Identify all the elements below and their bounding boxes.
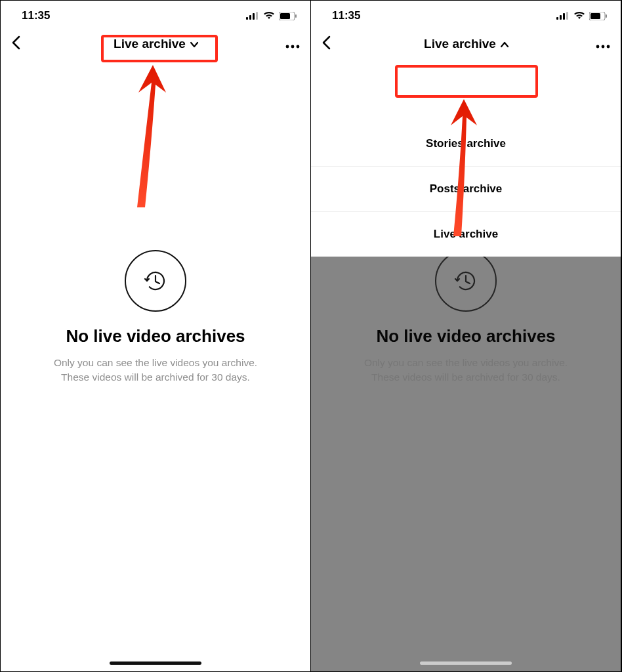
svg-rect-16 [606, 14, 607, 18]
svg-rect-1 [249, 15, 251, 20]
battery-icon [589, 12, 608, 20]
dropdown-live-archive[interactable]: Live archive [311, 212, 621, 257]
status-time: 11:35 [332, 9, 360, 22]
chevron-up-icon [500, 41, 508, 47]
chevron-left-icon [321, 35, 331, 50]
home-indicator[interactable] [110, 662, 201, 665]
nav-title-text: Live archive [424, 37, 496, 51]
empty-title: No live video archives [329, 326, 602, 346]
ellipsis-icon [285, 45, 300, 49]
status-time: 11:35 [22, 9, 50, 22]
svg-point-7 [286, 45, 289, 48]
status-icons [556, 12, 608, 20]
signal-icon [246, 12, 259, 20]
annotation-arrow-icon [106, 60, 184, 211]
battery-icon [279, 12, 297, 20]
svg-rect-11 [560, 15, 562, 20]
svg-rect-12 [563, 13, 565, 20]
dropdown-stories-archive[interactable]: Stories archive [311, 121, 621, 167]
svg-rect-6 [295, 14, 297, 18]
archive-empty-icon [125, 250, 186, 312]
nav-title-text: Live archive [114, 37, 186, 51]
empty-description: Only you can see the live videos you arc… [19, 356, 292, 384]
chevron-left-icon [11, 35, 20, 50]
svg-rect-2 [253, 13, 255, 20]
svg-rect-10 [556, 17, 558, 20]
more-options-button[interactable] [596, 37, 610, 52]
home-indicator[interactable] [420, 662, 512, 665]
back-button[interactable] [321, 35, 331, 52]
back-button[interactable] [11, 35, 20, 52]
signal-icon [556, 12, 570, 20]
more-options-button[interactable] [285, 37, 300, 52]
archive-type-selector[interactable]: Live archive [114, 37, 197, 51]
archive-type-selector[interactable]: Live archive [424, 37, 508, 51]
wifi-icon [263, 12, 275, 20]
svg-point-8 [291, 45, 295, 48]
archive-type-dropdown: Stories archive Posts archive Live archi… [311, 121, 621, 257]
history-icon [140, 266, 171, 296]
svg-point-18 [602, 45, 605, 48]
archive-empty-icon [435, 250, 497, 312]
ellipsis-icon [596, 45, 610, 49]
wifi-icon [573, 12, 585, 20]
svg-point-19 [607, 45, 610, 48]
annotation-box [395, 65, 538, 98]
svg-point-17 [596, 45, 600, 48]
svg-rect-15 [591, 13, 600, 19]
status-icons [246, 12, 297, 20]
dropdown-posts-archive[interactable]: Posts archive [311, 167, 621, 212]
svg-rect-13 [566, 12, 568, 20]
svg-point-9 [297, 45, 300, 48]
svg-rect-5 [280, 13, 290, 19]
svg-rect-0 [246, 17, 248, 20]
svg-rect-3 [256, 12, 258, 20]
empty-title: No live video archives [19, 326, 292, 346]
history-icon [451, 266, 481, 296]
chevron-down-icon [190, 41, 197, 47]
empty-description: Only you can see the live videos you arc… [329, 356, 602, 384]
